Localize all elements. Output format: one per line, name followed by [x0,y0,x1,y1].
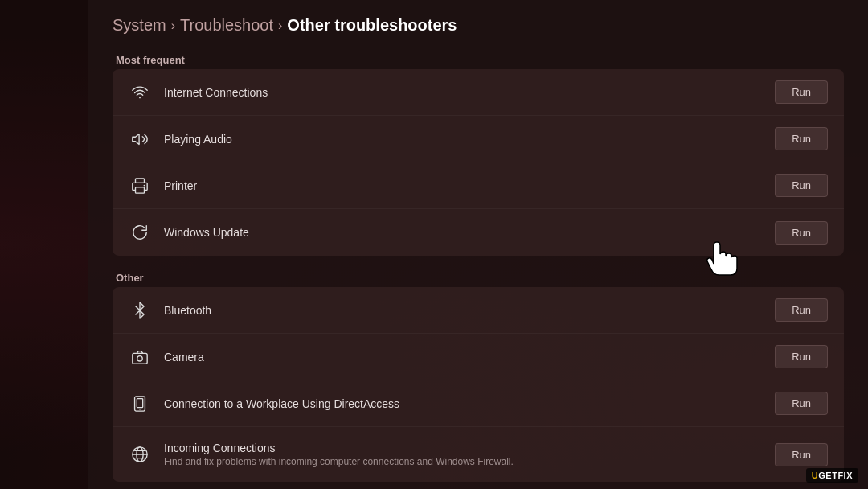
run-camera-button[interactable]: Run [775,345,828,368]
ugetfix-u: U [812,471,818,480]
run-bluetooth-button[interactable]: Run [775,298,828,322]
item-name: Internet Connections [164,86,775,99]
bluetooth-icon [129,299,151,322]
breadcrumb-system[interactable]: System [113,16,166,35]
run-incoming-connections-button[interactable]: Run [775,443,828,466]
breadcrumb-troubleshoot[interactable]: Troubleshoot [180,16,273,35]
svg-point-6 [137,355,142,360]
run-directaccess-button[interactable]: Run [775,392,828,415]
other-list: Bluetooth Run Camera Run [113,287,844,482]
item-name: Printer [164,179,775,192]
directaccess-icon [129,392,151,415]
list-item: Incoming Connections Find and fix proble… [113,427,844,482]
wifi-icon [129,81,151,104]
svg-point-4 [144,184,145,186]
item-info: Connection to a Workplace Using DirectAc… [164,397,775,410]
section-label-frequent: Most frequent [113,54,844,66]
list-item: Connection to a Workplace Using DirectAc… [113,380,844,427]
sidebar [0,0,88,489]
separator-1: › [171,18,175,33]
item-info: Camera [164,351,775,364]
item-name: Playing Audio [164,133,775,146]
item-info: Incoming Connections Find and fix proble… [164,442,775,467]
frequent-list: Internet Connections Run Playing Audio R… [113,69,844,256]
item-name: Connection to a Workplace Using DirectAc… [164,397,775,410]
svg-rect-2 [136,178,145,183]
list-item: Camera Run [113,334,844,380]
item-name: Incoming Connections [164,442,775,454]
svg-rect-3 [136,187,145,192]
run-internet-connections-button[interactable]: Run [775,80,828,104]
ugetfix-text: GETFIX [818,471,853,480]
item-name: Bluetooth [164,304,775,317]
list-item: Bluetooth Run [113,287,844,334]
item-info: Playing Audio [164,133,775,146]
incoming-icon [129,443,151,466]
separator-2: › [278,18,282,33]
item-info: Printer [164,179,775,192]
list-item: Internet Connections Run [113,69,844,116]
item-info: Internet Connections [164,86,775,99]
ugetfix-badge: UGETFIX [806,468,858,483]
breadcrumb: System › Troubleshoot › Other troublesho… [113,16,844,35]
item-desc: Find and fix problems with incoming comp… [164,456,775,467]
item-name: Windows Update [164,226,775,239]
breadcrumb-other: Other troubleshooters [287,16,457,35]
svg-point-9 [139,409,140,409]
run-windows-update-button[interactable]: Run [775,221,828,244]
camera-icon [129,346,151,368]
list-item: Printer Run [113,162,844,209]
item-info: Windows Update [164,226,775,239]
list-item: Windows Update Run [113,209,844,256]
audio-icon [129,128,151,150]
svg-rect-5 [133,353,147,364]
svg-marker-1 [133,134,139,144]
list-item: Playing Audio Run [113,116,844,162]
item-name: Camera [164,351,775,364]
update-icon [129,221,151,244]
svg-rect-8 [137,398,142,407]
main-panel: System › Troubleshoot › Other troublesho… [88,0,868,489]
run-playing-audio-button[interactable]: Run [775,127,828,150]
run-printer-button[interactable]: Run [775,174,828,197]
item-info: Bluetooth [164,304,775,317]
svg-point-0 [139,97,141,98]
printer-icon [129,175,151,197]
section-label-other: Other [113,272,844,284]
